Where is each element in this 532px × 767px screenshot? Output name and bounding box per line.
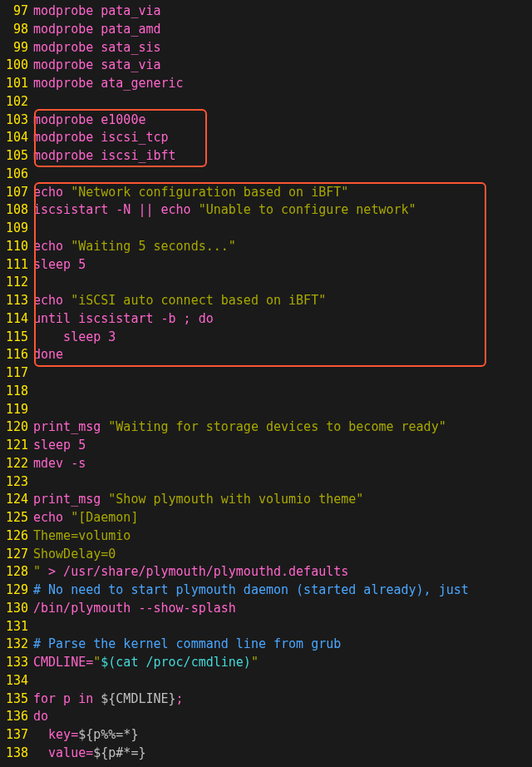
- token: ;: [176, 691, 184, 706]
- code-line: /bin/plymouth --show-splash: [33, 600, 532, 618]
- token: key=: [33, 727, 78, 742]
- token: # Parse the kernel command line from gru…: [33, 636, 341, 651]
- token: CMDLINE=: [33, 655, 93, 670]
- token: modprobe iscsi_tcp: [33, 130, 169, 145]
- line-number: 107: [0, 184, 28, 202]
- token: Theme=volumio: [33, 528, 131, 543]
- token: "iSCSI auto connect based on iBFT": [71, 293, 326, 308]
- token: ": [93, 655, 101, 670]
- token: sleep 5: [33, 438, 86, 453]
- line-number: 136: [0, 708, 28, 726]
- token: $(cat /proc/cmdline): [101, 655, 251, 670]
- line-number: 103: [0, 111, 28, 130]
- line-number: 126: [0, 527, 28, 546]
- line-number: 111: [0, 256, 28, 275]
- line-number: 101: [0, 75, 28, 93]
- code-line: do: [33, 708, 532, 726]
- token: ${CMDLINE}: [101, 691, 175, 706]
- code-line: modprobe iscsi_ibft: [33, 147, 532, 166]
- code-line: modprobe sata_via: [33, 57, 532, 75]
- token: until iscsistart -b ; do: [33, 311, 214, 326]
- token: ${p#*=}: [93, 745, 145, 760]
- line-number: 123: [0, 473, 28, 492]
- token: ": [251, 655, 259, 670]
- line-number: 98: [0, 21, 28, 39]
- token: mdev -s: [33, 456, 86, 471]
- line-number: 109: [0, 220, 28, 238]
- token: echo: [33, 185, 71, 200]
- code-editor: 9798991001011021031041051061071081091101…: [0, 0, 532, 763]
- token: ": [33, 564, 41, 579]
- token: "Network configuration based on iBFT": [71, 185, 348, 200]
- token: "Unable to configure network": [199, 202, 416, 217]
- code-line: CMDLINE="$(cat /proc/cmdline)": [33, 654, 532, 672]
- line-number: 130: [0, 600, 28, 618]
- code-line: sleep 5: [33, 256, 532, 275]
- token: "Waiting for storage devices to become r…: [108, 419, 446, 434]
- token: print_msg: [33, 419, 108, 434]
- token: "[Daemon]: [71, 510, 138, 525]
- line-number-gutter: 9798991001011021031041051061071081091101…: [0, 0, 33, 763]
- code-line: sleep 3: [33, 329, 532, 347]
- code-line: [33, 383, 532, 401]
- line-number: 131: [0, 618, 28, 636]
- line-number: 121: [0, 437, 28, 455]
- code-line: modprobe iscsi_tcp: [33, 129, 532, 147]
- code-line: iscsistart -N || echo "Unable to configu…: [33, 201, 532, 220]
- code-area: modprobe pata_viamodprobe pata_amdmodpro…: [33, 0, 532, 763]
- token: # No need to start plymouth daemon (star…: [33, 582, 469, 597]
- line-number: 132: [0, 636, 28, 654]
- line-number: 108: [0, 201, 28, 220]
- token: iscsistart -N || echo: [33, 202, 199, 217]
- code-line: modprobe sata_sis: [33, 39, 532, 57]
- code-line: key=${p%%=*}: [33, 726, 532, 745]
- token: ${p%%=*}: [78, 727, 138, 742]
- code-line: mdev -s: [33, 455, 532, 473]
- line-number: 102: [0, 93, 28, 111]
- line-number: 97: [0, 2, 28, 21]
- token: echo: [33, 293, 71, 308]
- line-number: 118: [0, 383, 28, 401]
- token: modprobe pata_amd: [33, 22, 161, 37]
- token: sleep 3: [33, 329, 116, 344]
- code-line: until iscsistart -b ; do: [33, 310, 532, 329]
- code-line: for p in ${CMDLINE};: [33, 690, 532, 709]
- line-number: 110: [0, 238, 28, 256]
- line-number: 127: [0, 546, 28, 564]
- code-line: done: [33, 346, 532, 364]
- line-number: 100: [0, 57, 28, 75]
- code-line: [33, 364, 532, 383]
- code-line: Theme=volumio: [33, 527, 532, 546]
- code-line: [33, 220, 532, 238]
- line-number: 116: [0, 346, 28, 364]
- token: value=: [33, 745, 93, 760]
- token: ShowDelay=0: [33, 547, 116, 562]
- code-line: print_msg "Show plymouth with volumio th…: [33, 491, 532, 509]
- token: echo: [33, 510, 71, 525]
- line-number: 120: [0, 418, 28, 437]
- code-line: modprobe ata_generic: [33, 75, 532, 93]
- code-line: # Parse the kernel command line from gru…: [33, 636, 532, 654]
- token: modprobe pata_via: [33, 3, 161, 18]
- line-number: 128: [0, 563, 28, 581]
- code-line: print_msg "Waiting for storage devices t…: [33, 418, 532, 437]
- code-line: modprobe e1000e: [33, 111, 532, 130]
- line-number: 115: [0, 329, 28, 347]
- line-number: 134: [0, 672, 28, 690]
- line-number: 137: [0, 726, 28, 745]
- code-line: [33, 401, 532, 419]
- code-line: ShowDelay=0: [33, 546, 532, 564]
- code-line: # No need to start plymouth daemon (star…: [33, 581, 532, 600]
- token: modprobe sata_via: [33, 57, 161, 72]
- line-number: 125: [0, 509, 28, 527]
- line-number: 133: [0, 654, 28, 672]
- line-number: 105: [0, 147, 28, 166]
- line-number: 119: [0, 401, 28, 419]
- code-line: [33, 274, 532, 292]
- token: done: [33, 347, 63, 362]
- token: modprobe sata_sis: [33, 40, 161, 55]
- line-number: 104: [0, 129, 28, 147]
- code-line: sleep 5: [33, 437, 532, 455]
- token: /bin/plymouth --show-splash: [33, 601, 236, 616]
- token: echo: [33, 239, 71, 254]
